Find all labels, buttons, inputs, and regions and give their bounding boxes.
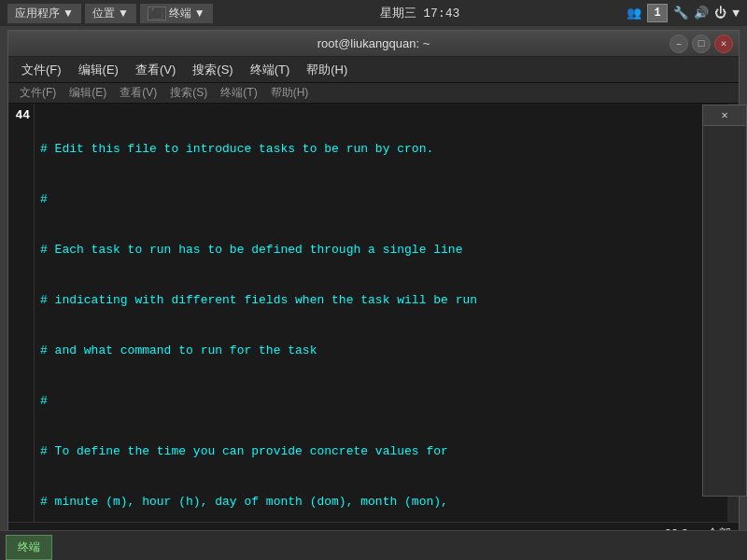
apps-menu-button[interactable]: 应用程序 ▼ (7, 4, 81, 23)
settings-icon[interactable]: 🔧 (673, 6, 688, 21)
window-controls: – □ ✕ (669, 35, 733, 53)
close-button[interactable]: ✕ (714, 35, 733, 53)
taskbar: 终端 (0, 530, 747, 560)
menu-bar-shadow: 文件(F) 编辑(E) 查看(V) 搜索(S) 终端(T) 帮助(H) (8, 83, 739, 104)
shadow-edit: 编辑(E) (63, 83, 112, 103)
places-chevron-icon: ▼ (118, 7, 129, 20)
editor-area[interactable]: 44 # Edit this file to introduce tasks t… (8, 104, 739, 522)
terminal-label: 终端 (169, 6, 191, 21)
taskbar-terminal-button[interactable]: 终端 (6, 535, 52, 560)
places-label: 位置 (92, 6, 115, 21)
title-bar: root@liukangquan: ~ – □ ✕ (8, 31, 739, 57)
menu-search[interactable]: 搜索(S) (185, 59, 240, 81)
datetime-display: 星期三 17:43 (380, 5, 460, 21)
shadow-search: 搜索(S) (164, 83, 213, 103)
menu-bar: 文件(F) 编辑(E) 查看(V) 搜索(S) 终端(T) 帮助(H) (8, 57, 739, 83)
menu-view[interactable]: 查看(V) (128, 59, 183, 81)
places-menu-button[interactable]: 位置 ▼ (85, 4, 136, 23)
line-1: # Edit this file to introduce tasks to b… (40, 141, 722, 158)
menu-terminal[interactable]: 终端(T) (243, 59, 298, 81)
terminal-chevron-icon: ▼ (194, 7, 205, 20)
volume-icon[interactable]: 🔊 (694, 6, 709, 21)
menu-help[interactable]: 帮助(H) (299, 59, 355, 81)
system-bar-right: 👥 1 🔧 🔊 ⏻ ▼ (627, 4, 740, 22)
window-title: root@liukangquan: ~ (317, 36, 430, 50)
system-bar: 应用程序 ▼ 位置 ▼ ⬛ 终端 ▼ 星期三 17:43 👥 1 🔧 🔊 ⏻ ▼ (0, 0, 747, 26)
shadow-terminal: 终端(T) (215, 83, 262, 103)
terminal-menu-button[interactable]: ⬛ 终端 ▼ (140, 4, 213, 23)
overlay-panel: ✕ (702, 105, 747, 497)
system-bar-left: 应用程序 ▼ 位置 ▼ ⬛ 终端 ▼ (7, 4, 213, 23)
workspace-counter[interactable]: 1 (647, 4, 668, 22)
apps-label: 应用程序 (15, 6, 60, 21)
line-5: # and what command to run for the task (40, 343, 722, 359)
shadow-view: 查看(V) (114, 83, 162, 103)
line-6: # (40, 393, 722, 410)
line-3: # Each task to run has to be defined thr… (40, 242, 722, 259)
shadow-help: 帮助(H) (265, 83, 315, 103)
line-2: # (40, 191, 722, 208)
overlay-close-button[interactable]: ✕ (703, 105, 746, 126)
shadow-file: 文件(F) (14, 83, 62, 103)
terminal-window: root@liukangquan: ~ – □ ✕ 文件(F) 编辑(E) 查看… (7, 30, 740, 545)
apps-chevron-icon: ▼ (63, 7, 74, 20)
code-content[interactable]: # Edit this file to introduce tasks to b… (35, 104, 727, 522)
line-8: # minute (m), hour (h), day of month (do… (40, 494, 722, 511)
maximize-button[interactable]: □ (692, 35, 711, 53)
line-7: # To define the time you can provide con… (40, 443, 722, 460)
line-numbers: 44 (8, 104, 35, 522)
minimize-button[interactable]: – (669, 35, 688, 53)
system-bar-center: 星期三 17:43 (380, 5, 460, 21)
line-4: # indicating with different fields when … (40, 292, 722, 309)
menu-edit[interactable]: 编辑(E) (71, 59, 126, 81)
people-icon: 👥 (627, 6, 641, 21)
terminal-sys-icon: ⬛ (148, 7, 166, 21)
menu-file[interactable]: 文件(F) (14, 59, 69, 81)
power-chevron-icon[interactable]: ▼ (732, 7, 740, 21)
power-icon[interactable]: ⏻ (714, 7, 726, 21)
